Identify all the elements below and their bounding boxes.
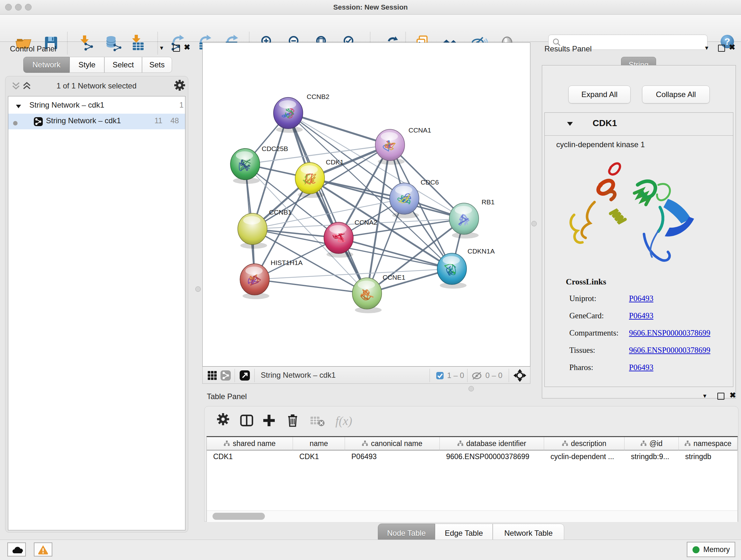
table-cell[interactable]: P06493 [345, 450, 440, 462]
table-cell[interactable]: 9606.ENSP00000378699 [440, 450, 544, 462]
column-header-namespace[interactable]: namespace [679, 437, 738, 450]
node-label-CDK1: CDK1 [326, 159, 344, 166]
node-label-HIST1H1A: HIST1H1A [271, 259, 302, 266]
table-cell[interactable]: stringdb [679, 450, 738, 462]
network-canvas[interactable]: CCNB2CCNA1CDC25BCDK1CDC6RB1CCNB1CCNA2CDK… [202, 43, 530, 367]
table-cell[interactable]: CDK1 [207, 450, 293, 462]
collection-label: String Network – cdk1 [29, 101, 105, 110]
table-cell[interactable]: cyclin-dependent ... [544, 450, 624, 462]
collection-count: 1 [179, 101, 184, 110]
panel-menu-icon[interactable]: ▼ [159, 45, 164, 51]
table-hscrollbar[interactable] [207, 510, 738, 522]
network-node-CDC25B[interactable]: CDC25B [230, 145, 288, 184]
panel-float-icon[interactable] [718, 393, 724, 400]
network-edge-CCNB2-CCNE1[interactable] [288, 113, 367, 294]
network-row-selected[interactable]: String Network – cdk1 11 48 [8, 114, 185, 129]
crosslink-link[interactable]: P06493 [629, 294, 653, 303]
network-label: String Network – cdk1 [46, 116, 121, 125]
add-column-icon[interactable] [261, 413, 277, 429]
expand-all-button[interactable]: Expand All [568, 85, 630, 104]
network-node-RB1[interactable]: RB1 [449, 198, 495, 239]
table-settings-gear-icon[interactable] [217, 413, 229, 427]
window-title: Session: New Session [0, 0, 741, 14]
panel-menu-icon[interactable]: ▼ [704, 45, 710, 51]
network-node-CCNE1[interactable]: CCNE1 [352, 273, 405, 313]
crosslink-link[interactable]: 9606.ENSP00000378699 [629, 328, 711, 337]
network-tree: String Network – cdk1 1 String Network –… [8, 96, 185, 530]
node-label-CDKN1A: CDKN1A [468, 247, 495, 255]
node-label-CDC25B: CDC25B [262, 145, 288, 152]
tab-network[interactable]: Network [23, 57, 70, 73]
panel-close-icon[interactable]: ✖ [730, 391, 736, 400]
panel-close-icon[interactable]: ✖ [184, 43, 190, 52]
entry-header[interactable]: CDK1 [545, 113, 733, 136]
column-header-canonical-name[interactable]: canonical name [345, 437, 440, 450]
maximize-window-icon[interactable] [25, 4, 31, 10]
column-label: description [571, 439, 606, 448]
minimize-window-icon[interactable] [15, 4, 22, 10]
crosslink-label: GeneCard: [569, 311, 604, 320]
results-entry-card: CDK1 cyclin-dependent kinase 1 [544, 112, 733, 387]
tab-style[interactable]: Style [70, 57, 105, 73]
column-header-description[interactable]: description [544, 437, 624, 450]
collapse-all-icon[interactable] [11, 81, 21, 92]
fit-content-crosshair-icon[interactable] [513, 368, 527, 384]
right-splitter-handle[interactable] [531, 221, 537, 226]
expand-all-icon[interactable] [22, 81, 31, 92]
column-type-icon [684, 439, 690, 448]
entry-description: cyclin-dependent kinase 1 [556, 140, 645, 149]
network-edge-HIST1H1A-CCNE1[interactable] [255, 279, 367, 294]
network-list-container: 1 of 1 Network selected String Network –… [5, 76, 188, 533]
svg-text:f(x): f(x) [335, 414, 352, 428]
crosslink-link[interactable]: 9606.ENSP00000378699 [629, 346, 711, 355]
tab-select[interactable]: Select [105, 57, 142, 73]
network-selected-status: 1 of 1 Network selected [57, 81, 137, 90]
network-node-CCNB1[interactable]: CCNB1 [238, 208, 292, 249]
protein-structure-image [562, 154, 700, 270]
column-header--id[interactable]: @id [624, 437, 679, 450]
column-header-name[interactable]: name [293, 437, 345, 450]
panel-close-icon[interactable]: ✖ [729, 43, 735, 52]
control-panel-title: Control Panel [10, 44, 56, 53]
panel-float-icon[interactable] [173, 45, 180, 52]
column-label: database identifier [466, 439, 526, 448]
tab-sets[interactable]: Sets [142, 57, 172, 73]
node-label-CCNA2: CCNA2 [354, 219, 377, 226]
delete-column-icon[interactable] [285, 413, 300, 429]
left-splitter-handle[interactable] [195, 287, 201, 292]
entry-expander-icon[interactable] [566, 121, 574, 128]
grid-view-icon[interactable] [207, 370, 217, 382]
detach-view-icon[interactable] [240, 370, 250, 382]
string-view-icon[interactable] [220, 370, 231, 382]
crosslink-label: Compartments: [569, 328, 618, 337]
status-bar: Memory [0, 540, 741, 560]
column-type-icon [224, 439, 230, 448]
show-columns-icon[interactable] [239, 413, 254, 429]
table-cell[interactable]: stringdb:9... [624, 450, 679, 462]
cloud-button[interactable] [7, 543, 26, 557]
memory-button[interactable]: Memory [687, 542, 735, 557]
crosslink-link[interactable]: P06493 [629, 311, 653, 320]
panel-menu-icon[interactable]: ▼ [702, 393, 708, 399]
crosslink-link[interactable]: P06493 [629, 363, 653, 372]
string-app-icon [34, 117, 43, 128]
panel-float-icon[interactable] [718, 45, 725, 52]
expander-icon[interactable] [15, 102, 22, 111]
collapse-all-button[interactable]: Collapse All [642, 85, 710, 104]
close-window-icon[interactable] [5, 4, 12, 10]
network-edge-CCNA2-CDKN1A[interactable] [339, 238, 452, 269]
gear-icon[interactable] [174, 79, 185, 92]
network-node-CDKN1A[interactable]: CDKN1A [437, 247, 495, 289]
selected-checkbox-icon[interactable] [436, 372, 444, 381]
network-node-HIST1H1A[interactable]: HIST1H1A [240, 259, 302, 299]
column-header-shared-name[interactable]: shared name [207, 437, 293, 450]
warning-button[interactable] [34, 543, 52, 557]
network-node-CCNB2[interactable]: CCNB2 [273, 93, 329, 133]
hscrollbar-thumb[interactable] [212, 513, 265, 520]
hidden-eye-icon [471, 371, 483, 382]
column-type-icon [362, 439, 368, 448]
column-header-database-identifier[interactable]: database identifier [440, 437, 544, 450]
network-collection-row[interactable]: String Network – cdk1 1 [8, 98, 185, 114]
network-edge-CCNB2-CCNA1[interactable] [288, 113, 390, 145]
table-cell[interactable]: CDK1 [293, 450, 345, 462]
